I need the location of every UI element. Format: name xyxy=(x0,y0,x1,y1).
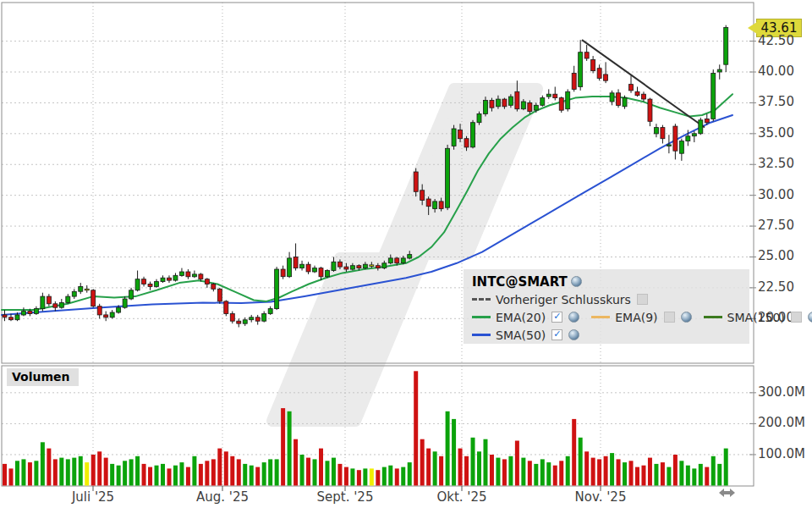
chart-canvas[interactable] xyxy=(0,0,812,508)
chart-window: 43.61 42.5040.0037.5035.0032.5030.0027.5… xyxy=(0,0,812,508)
candle xyxy=(711,74,716,119)
legend-symbol-title: INTC@SMART xyxy=(472,274,568,290)
candle xyxy=(559,98,563,111)
volume-bar xyxy=(268,459,272,485)
volume-bar xyxy=(325,461,329,485)
volume-bar xyxy=(439,456,443,486)
volume-bar xyxy=(420,439,425,486)
candle xyxy=(306,264,310,272)
volume-bar xyxy=(332,458,336,486)
candle xyxy=(395,258,399,263)
volume-bar xyxy=(490,455,494,486)
volume-bar xyxy=(471,438,475,486)
candle xyxy=(288,258,292,277)
volume-bar xyxy=(376,470,380,485)
candle xyxy=(502,99,507,107)
volume-bar xyxy=(15,461,19,485)
candle xyxy=(155,282,159,287)
candle xyxy=(699,120,703,134)
globe-icon[interactable] xyxy=(571,276,582,287)
candle xyxy=(34,309,38,314)
volume-bar xyxy=(692,468,696,485)
volume-bar xyxy=(667,467,671,486)
candle xyxy=(3,315,7,318)
candle xyxy=(337,262,342,267)
globe-icon[interactable] xyxy=(681,312,692,323)
volume-bar xyxy=(110,464,114,486)
candle xyxy=(483,101,487,114)
candle xyxy=(47,296,51,304)
volume-bar xyxy=(433,451,437,485)
candle xyxy=(584,52,589,58)
candle xyxy=(66,296,70,302)
volume-bar xyxy=(546,462,551,485)
ema20-swatch-icon xyxy=(472,316,491,318)
volume-bar xyxy=(579,438,583,486)
price-axis-label: 25.00 xyxy=(758,250,794,262)
volume-bar xyxy=(85,462,89,485)
volume-bar xyxy=(41,442,45,485)
candle xyxy=(250,318,254,320)
volume-bar xyxy=(515,441,519,486)
volume-bar xyxy=(155,466,159,486)
volume-bar xyxy=(117,466,121,486)
volume-bar xyxy=(363,468,367,485)
candle xyxy=(641,94,645,99)
price-axis-label: 30.00 xyxy=(758,189,794,202)
volume-bar xyxy=(661,462,665,485)
sma50-checkbox[interactable]: ✓ xyxy=(551,329,562,340)
volume-bar xyxy=(28,462,32,485)
volume-panel-title: Volumen xyxy=(7,368,79,386)
month-axis-label: Nov. '25 xyxy=(575,489,627,505)
candle xyxy=(319,268,323,277)
candle xyxy=(357,266,361,268)
volume-bar xyxy=(679,461,683,485)
volume-bar xyxy=(199,464,203,486)
last-price-flag-pointer xyxy=(748,22,757,34)
globe-icon[interactable] xyxy=(568,329,579,340)
ema9-swatch-icon xyxy=(591,316,610,318)
candle xyxy=(401,258,405,263)
candle xyxy=(508,97,513,105)
chart-legend: INTC@SMART Vorheriger Schlusskurs EMA(20… xyxy=(464,269,749,344)
volume-bar xyxy=(217,449,222,486)
volume-bar xyxy=(395,468,399,485)
volume-bar xyxy=(142,464,146,486)
candle xyxy=(167,278,171,280)
volume-bar xyxy=(59,458,63,486)
globe-icon[interactable] xyxy=(568,312,579,323)
month-axis-label: Juli '25 xyxy=(72,489,114,505)
price-axis-label: 37.50 xyxy=(758,96,794,108)
sma150-checkbox[interactable] xyxy=(791,312,802,323)
volume-bar xyxy=(123,461,127,485)
month-axis-label: Okt. '25 xyxy=(436,489,486,505)
ema9-checkbox[interactable] xyxy=(664,312,675,323)
ema20-checkbox[interactable]: ✓ xyxy=(551,312,562,323)
legend-item-ema9: EMA(9) xyxy=(615,311,657,324)
volume-bar xyxy=(288,411,292,486)
volume-bar xyxy=(534,464,538,486)
volume-bar xyxy=(97,451,102,485)
candle xyxy=(635,91,639,95)
pan-scroll-icon[interactable] xyxy=(718,487,737,500)
volume-bar xyxy=(313,459,317,485)
price-axis-label: 35.00 xyxy=(758,127,794,140)
candle xyxy=(179,272,184,275)
candle xyxy=(496,99,500,107)
volume-bar xyxy=(553,466,557,486)
volume-bar xyxy=(414,371,418,485)
candle xyxy=(540,98,545,106)
candle xyxy=(15,315,19,320)
volume-bar xyxy=(192,456,196,486)
volume-bar xyxy=(711,456,716,486)
volume-bar xyxy=(724,449,728,486)
volume-bar xyxy=(370,468,374,485)
prev-close-checkbox[interactable] xyxy=(637,294,648,305)
candle xyxy=(173,275,178,280)
candle xyxy=(566,91,570,108)
volume-bar xyxy=(641,466,645,486)
volume-bar xyxy=(401,467,405,486)
volume-bar xyxy=(610,453,614,485)
candle xyxy=(205,279,209,284)
volume-bar xyxy=(179,462,184,485)
